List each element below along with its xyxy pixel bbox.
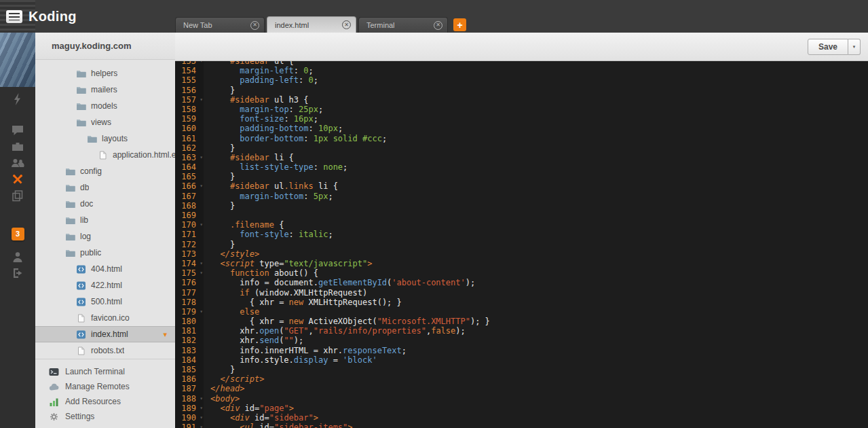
tree-item-lib[interactable]: lib <box>35 212 175 228</box>
code-line-160[interactable]: 160 padding-bottom: 10px; <box>175 124 868 133</box>
tree-item-robots-txt[interactable]: robots.txt <box>35 342 175 359</box>
code-line-163[interactable]: 163▾ #sidebar li { <box>175 153 868 162</box>
code-editor[interactable]: 153▾ #sidebar ul {154 margin-left: 0;155… <box>175 61 868 428</box>
sidebar-action-launch-terminal[interactable]: Launch Terminal <box>35 364 175 379</box>
tree-item-log[interactable]: log <box>35 228 175 245</box>
code-line-156[interactable]: 156 } <box>175 86 868 95</box>
code-line-185[interactable]: 185 } <box>175 365 868 374</box>
fold-arrow-icon[interactable]: ▾ <box>200 395 203 403</box>
fold-arrow-icon[interactable]: ▾ <box>200 414 203 422</box>
fold-arrow-icon[interactable]: ▾ <box>200 182 203 190</box>
code-line-183[interactable]: 183 info.innerHTML = xhr.responseText; <box>175 346 868 355</box>
code-line-168[interactable]: 168 } <box>175 201 868 211</box>
code-line-175[interactable]: 175▾ function about() { <box>175 268 868 278</box>
tree-item-config[interactable]: config <box>35 163 175 179</box>
code-line-181[interactable]: 181 xhr.open("GET","rails/info/propertie… <box>175 326 868 336</box>
fold-arrow-icon[interactable]: ▾ <box>200 61 203 65</box>
tree-item-application-html-erb[interactable]: application.html.erb <box>35 147 175 163</box>
code-line-161[interactable]: 161 border-bottom: 1px solid #ccc; <box>175 134 868 143</box>
line-number: 169 <box>175 211 204 220</box>
tree-item-db[interactable]: db <box>35 179 175 196</box>
tab-close-icon[interactable]: ✕ <box>342 20 351 29</box>
tree-item-doc[interactable]: doc <box>35 196 175 212</box>
tree-item-mailers[interactable]: mailers <box>35 82 175 98</box>
tree-item-422-html[interactable]: 422.html <box>35 277 175 293</box>
fold-arrow-icon[interactable]: ▾ <box>200 96 203 104</box>
code-line-159[interactable]: 159 font-size: 16px; <box>175 114 868 124</box>
code-line-172[interactable]: 172 } <box>175 240 868 249</box>
code-line-169[interactable]: 169 <box>175 211 868 220</box>
tree-item-index-html[interactable]: index.html▾ <box>35 326 175 342</box>
code-line-174[interactable]: 174▾ <script type="text/javascript"> <box>175 259 868 268</box>
notification-badge[interactable]: 3 <box>12 228 24 240</box>
tree-item-models[interactable]: models <box>35 98 175 114</box>
tree-item-views[interactable]: views <box>35 114 175 130</box>
new-tab-button[interactable]: + <box>453 18 466 31</box>
chat-icon[interactable] <box>0 122 35 139</box>
code-line-154[interactable]: 154 margin-left: 0; <box>175 66 868 75</box>
code-line-180[interactable]: 180 { xhr = new ActiveXObject("Microsoft… <box>175 317 868 326</box>
tree-item-500-html[interactable]: 500.html <box>35 293 175 310</box>
code-line-190[interactable]: 190▾ <div id="sidebar"> <box>175 413 868 423</box>
fold-arrow-icon[interactable]: ▾ <box>200 260 203 268</box>
code-line-170[interactable]: 170▾ .filename { <box>175 220 868 230</box>
code-line-165[interactable]: 165 } <box>175 172 868 181</box>
code-line-158[interactable]: 158 margin-top: 25px; <box>175 105 868 114</box>
code-line-164[interactable]: 164 list-style-type: none; <box>175 162 868 172</box>
code-line-166[interactable]: 166▾ #sidebar ul.links li { <box>175 181 868 191</box>
fold-arrow-icon[interactable]: ▾ <box>200 269 203 277</box>
fold-arrow-icon[interactable]: ▾ <box>200 423 203 428</box>
fold-arrow-icon[interactable]: ▾ <box>200 404 203 412</box>
line-number: 187 <box>175 384 204 393</box>
save-button[interactable]: Save <box>808 39 848 55</box>
code-line-162[interactable]: 162 } <box>175 143 868 153</box>
vm-title[interactable]: maguy.koding.com <box>35 33 175 60</box>
chevron-down-icon[interactable]: ▾ <box>163 330 167 339</box>
code-line-178[interactable]: 178 { xhr = new XMLHttpRequest(); } <box>175 298 868 307</box>
code-line-189[interactable]: 189▾ <div id="page"> <box>175 404 868 413</box>
app-logo[interactable]: Koding <box>6 0 77 33</box>
tree-item-helpers[interactable]: helpers <box>35 65 175 82</box>
tools-icon[interactable] <box>0 171 35 188</box>
code-line-188[interactable]: 188▾<body> <box>175 394 868 404</box>
code-line-184[interactable]: 184 info.style.display = 'block' <box>175 355 868 365</box>
code-line-182[interactable]: 182 xhr.send(""); <box>175 336 868 345</box>
tree-item-404-html[interactable]: 404.html <box>35 261 175 277</box>
sidebar-action-settings[interactable]: Settings <box>35 409 175 424</box>
code-line-167[interactable]: 167 margin-bottom: 5px; <box>175 192 868 201</box>
code-line-157[interactable]: 157▾ #sidebar ul h3 { <box>175 95 868 105</box>
code-line-177[interactable]: 177 if (window.XMLHttpRequest) <box>175 288 868 298</box>
code-line-171[interactable]: 171 font-style: italic; <box>175 230 868 239</box>
tab-index-html[interactable]: index.html✕ <box>267 16 356 33</box>
tab-close-icon[interactable]: ✕ <box>434 21 442 30</box>
fold-arrow-icon[interactable]: ▾ <box>200 308 203 316</box>
user-icon[interactable] <box>0 249 35 265</box>
tab-close-icon[interactable]: ✕ <box>250 21 259 30</box>
flash-icon[interactable] <box>0 91 35 107</box>
briefcase-icon[interactable] <box>0 139 35 155</box>
line-number: 179▾ <box>175 307 204 317</box>
code-line-187[interactable]: 187</head> <box>175 384 868 393</box>
tree-item-label: mailers <box>91 85 117 94</box>
code-line-153[interactable]: 153▾ #sidebar ul { <box>175 61 868 66</box>
fold-arrow-icon[interactable]: ▾ <box>200 154 203 162</box>
code-line-155[interactable]: 155 padding-left: 0; <box>175 75 868 85</box>
tree-item-public[interactable]: public <box>35 245 175 261</box>
save-dropdown-button[interactable]: ▼ <box>848 39 861 55</box>
code-line-173[interactable]: 173 </style> <box>175 249 868 259</box>
code-line-176[interactable]: 176 info = document.getElementById('abou… <box>175 278 868 287</box>
code-line-186[interactable]: 186 </script> <box>175 374 868 384</box>
copy-icon[interactable] <box>0 188 35 204</box>
group-icon[interactable] <box>0 155 35 171</box>
sidebar-action-add-resources[interactable]: Add Resources <box>35 394 175 409</box>
tree-item-layouts[interactable]: layouts <box>35 130 175 147</box>
logout-icon[interactable] <box>0 265 35 281</box>
tree-item-favicon-ico[interactable]: favicon.ico <box>35 310 175 326</box>
code-line-179[interactable]: 179▾ else <box>175 307 868 317</box>
sidebar-action-manage-remotes[interactable]: Manage Remotes <box>35 379 175 394</box>
avatar[interactable] <box>0 33 35 87</box>
tab-new-tab[interactable]: New Tab✕ <box>175 17 265 33</box>
tab-terminal[interactable]: Terminal✕ <box>358 17 448 33</box>
fold-arrow-icon[interactable]: ▾ <box>200 221 203 229</box>
code-line-191[interactable]: 191▾ <ul id="sidebar-items"> <box>175 423 868 428</box>
